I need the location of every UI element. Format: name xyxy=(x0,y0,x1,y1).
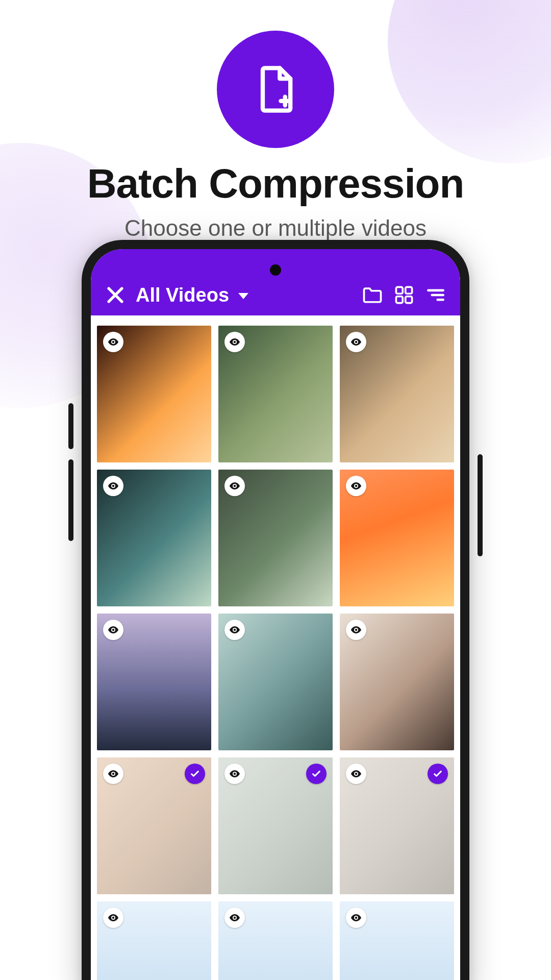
video-thumbnail[interactable] xyxy=(97,326,211,462)
check-icon xyxy=(428,764,448,784)
hero: Batch Compression Choose one or multiple… xyxy=(0,0,551,269)
eye-icon[interactable] xyxy=(103,908,123,928)
video-grid xyxy=(91,315,460,980)
video-thumbnail[interactable] xyxy=(97,470,211,606)
eye-icon[interactable] xyxy=(103,476,123,496)
video-thumbnail[interactable] xyxy=(97,614,211,750)
video-thumbnail[interactable] xyxy=(97,757,211,894)
appbar-title-dropdown[interactable]: All Videos xyxy=(136,284,248,306)
hero-subtitle-line: Choose one or multiple videos xyxy=(124,215,427,240)
check-icon xyxy=(306,764,327,784)
phone-mockup: All Videos xyxy=(82,240,469,980)
video-thumbnail[interactable] xyxy=(218,470,333,606)
phone-side-button xyxy=(68,459,73,541)
svg-rect-1 xyxy=(406,287,412,293)
video-thumbnail[interactable] xyxy=(340,326,454,462)
video-thumbnail[interactable] xyxy=(97,901,211,980)
eye-icon[interactable] xyxy=(103,332,123,352)
phone-camera-notch xyxy=(270,264,281,276)
eye-icon[interactable] xyxy=(224,620,245,640)
phone-side-button xyxy=(478,454,483,556)
phone-side-button xyxy=(68,403,73,449)
eye-icon[interactable] xyxy=(346,764,366,784)
video-thumbnail[interactable] xyxy=(340,614,454,750)
svg-rect-0 xyxy=(396,287,403,293)
chevron-down-icon xyxy=(238,293,248,299)
file-plus-icon xyxy=(217,31,334,148)
hero-title: Batch Compression xyxy=(87,160,464,207)
video-thumbnail[interactable] xyxy=(218,326,333,462)
svg-rect-2 xyxy=(396,297,403,303)
video-thumbnail[interactable] xyxy=(218,757,333,894)
video-thumbnail[interactable] xyxy=(340,470,454,606)
eye-icon[interactable] xyxy=(346,476,366,496)
appbar-title: All Videos xyxy=(136,284,229,306)
video-thumbnail[interactable] xyxy=(340,901,454,980)
eye-icon[interactable] xyxy=(346,908,366,928)
eye-icon[interactable] xyxy=(224,908,245,928)
grid-view-icon[interactable] xyxy=(393,284,415,306)
eye-icon[interactable] xyxy=(224,476,245,496)
check-icon xyxy=(185,764,205,784)
eye-icon[interactable] xyxy=(346,620,366,640)
video-thumbnail[interactable] xyxy=(218,614,333,750)
close-icon[interactable] xyxy=(104,284,127,306)
svg-rect-3 xyxy=(406,297,412,303)
app-screen: All Videos xyxy=(91,249,460,980)
folder-icon[interactable] xyxy=(361,284,384,306)
eye-icon[interactable] xyxy=(103,620,123,640)
eye-icon[interactable] xyxy=(224,764,245,784)
eye-icon[interactable] xyxy=(103,764,123,784)
eye-icon[interactable] xyxy=(224,332,245,352)
appbar: All Videos xyxy=(91,249,460,315)
filter-icon[interactable] xyxy=(424,284,447,306)
eye-icon[interactable] xyxy=(346,332,366,352)
video-thumbnail[interactable] xyxy=(218,901,333,980)
video-thumbnail[interactable] xyxy=(340,757,454,894)
